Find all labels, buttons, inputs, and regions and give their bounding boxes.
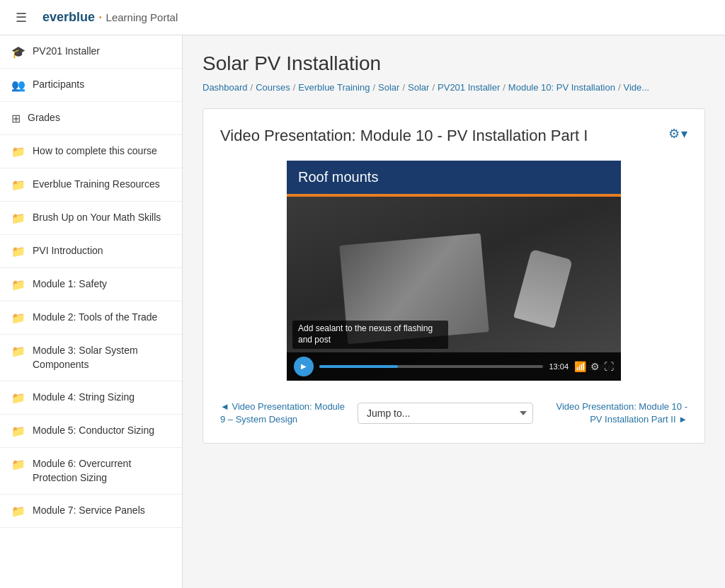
sidebar-icon-everblue-training: 📁 [11,178,25,192]
video-header: Roof mounts [287,161,621,197]
sidebar-label-pv201: PV201 Installer [33,45,100,59]
breadcrumb-sep: / [293,82,296,93]
breadcrumb-item-5[interactable]: PV201 Installer [438,82,500,93]
breadcrumb-item-7[interactable]: Vide... [624,82,650,93]
content-card: Video Presentation: Module 10 - PV Insta… [202,108,705,444]
video-controls: ▶ 13:04 📶 ⚙ ⛶ [287,352,621,381]
breadcrumb-sep: / [618,82,621,93]
page-title: Solar PV Installation [202,52,705,75]
sidebar-label-module7: Module 7: Service Panels [33,504,145,518]
sidebar-icon-module7: 📁 [11,505,25,518]
breadcrumb-sep: / [432,82,435,93]
video-body[interactable]: Add sealant to the nexus of flashing and… [287,197,621,381]
sidebar-label-module2: Module 2: Tools of the Trade [33,311,157,325]
progress-bar[interactable] [319,365,543,368]
video-container: Roof mounts Add sealant to the nexus of … [287,161,621,381]
sidebar-item-pv201[interactable]: 🎓 PV201 Installer [0,35,182,69]
breadcrumb-sep: / [372,82,375,93]
top-header: ☰ everblue • Learning Portal [0,0,725,35]
main-content: Solar PV Installation Dashboard/Courses/… [183,35,725,588]
sidebar-icon-brush-up: 📁 [11,212,25,225]
logo-area: everblue • Learning Portal [42,10,178,25]
sidebar-label-participants: Participants [33,78,84,92]
sidebar-label-module1: Module 1: Safety [33,277,107,292]
jump-select[interactable]: Jump to...Video Presentation: Module 10 … [358,403,534,424]
ctrl-icons: 📶 ⚙ ⛶ [574,361,614,372]
sidebar-icon-grades: ⊞ [11,112,21,125]
hamburger-button[interactable]: ☰ [11,7,31,28]
sidebar-label-grades: Grades [28,111,60,125]
sidebar-item-module6[interactable]: 📁 Module 6: Overcurrent Protection Sizin… [0,448,182,495]
breadcrumb-item-0[interactable]: Dashboard [202,82,248,93]
sidebar-label-module4: Module 4: String Sizing [33,391,135,405]
sidebar-item-module4[interactable]: 📁 Module 4: String Sizing [0,381,182,415]
sidebar: 🎓 PV201 Installer 👥 Participants ⊞ Grade… [0,35,183,588]
fullscreen-icon[interactable]: ⛶ [604,361,614,372]
sidebar-label-pvi-intro: PVI Introduction [33,244,103,258]
sidebar-icon-module5: 📁 [11,425,25,438]
sidebar-icon-module4: 📁 [11,391,25,405]
breadcrumb: Dashboard/Courses/Everblue Training/Sola… [202,82,705,93]
sidebar-item-everblue-training[interactable]: 📁 Everblue Training Resources [0,168,182,202]
breadcrumb-item-4[interactable]: Solar [408,82,429,93]
breadcrumb-item-1[interactable]: Courses [256,82,290,93]
sidebar-icon-module1: 📁 [11,278,25,292]
sidebar-icon-module6: 📁 [11,458,25,471]
sidebar-item-grades[interactable]: ⊞ Grades [0,102,182,135]
sidebar-item-module5[interactable]: 📁 Module 5: Conductor Sizing [0,415,182,448]
sidebar-label-brush-up: Brush Up on Your Math Skills [33,211,161,225]
sidebar-icon-pvi-intro: 📁 [11,245,25,258]
sidebar-icon-how-to: 📁 [11,145,25,158]
sidebar-icon-module3: 📁 [11,345,25,358]
sidebar-item-module2[interactable]: 📁 Module 2: Tools of the Trade [0,301,182,335]
sidebar-icon-participants: 👥 [11,79,25,92]
nav-footer: ◄ Video Presentation: Module 9 – System … [220,400,687,426]
logo-dot: • [99,13,102,21]
sidebar-item-module1[interactable]: 📁 Module 1: Safety [0,268,182,301]
sidebar-icon-pv201: 🎓 [11,45,25,59]
gear-button[interactable]: ⚙ ▾ [668,126,687,142]
sidebar-label-module3: Module 3: Solar System Components [33,344,171,371]
breadcrumb-item-6[interactable]: Module 10: PV Installation [508,82,615,93]
settings-icon[interactable]: ⚙ [590,361,600,372]
portal-label: Learning Portal [106,11,178,23]
gear-dropdown-icon: ▾ [681,126,687,142]
breadcrumb-item-2[interactable]: Everblue Training [298,82,370,93]
sidebar-item-pvi-intro[interactable]: 📁 PVI Introduction [0,235,182,268]
sidebar-item-how-to[interactable]: 📁 How to complete this course [0,135,182,168]
video-caption: Add sealant to the nexus of flashing and… [292,321,448,348]
sidebar-label-module5: Module 5: Conductor Sizing [33,424,154,438]
prev-link[interactable]: ◄ Video Presentation: Module 9 – System … [220,400,346,426]
sidebar-item-participants[interactable]: 👥 Participants [0,69,182,102]
play-button[interactable]: ▶ [294,357,314,376]
breadcrumb-sep: / [402,82,405,93]
content-card-header: Video Presentation: Module 10 - PV Insta… [220,126,687,146]
time-display: 13:04 [549,362,569,371]
content-title: Video Presentation: Module 10 - PV Insta… [220,126,657,146]
sidebar-label-everblue-training: Everblue Training Resources [33,178,160,192]
logo-brand: everblue [42,10,95,25]
progress-fill [319,365,398,368]
sidebar-label-module6: Module 6: Overcurrent Protection Sizing [33,457,171,485]
sidebar-label-how-to: How to complete this course [33,144,157,158]
next-link[interactable]: Video Presentation: Module 10 - PV Insta… [544,400,687,426]
sidebar-icon-module2: 📁 [11,311,25,325]
sidebar-item-brush-up[interactable]: 📁 Brush Up on Your Math Skills [0,202,182,235]
gear-icon: ⚙ [668,126,680,142]
app-layout: 🎓 PV201 Installer 👥 Participants ⊞ Grade… [0,35,725,588]
signal-icon: 📶 [574,361,586,372]
sidebar-item-module7[interactable]: 📁 Module 7: Service Panels [0,495,182,528]
video-header-text: Roof mounts [298,169,378,185]
sidebar-item-module3[interactable]: 📁 Module 3: Solar System Components [0,335,182,381]
breadcrumb-item-3[interactable]: Solar [378,82,399,93]
breadcrumb-sep: / [503,82,506,93]
breadcrumb-sep: / [251,82,253,93]
